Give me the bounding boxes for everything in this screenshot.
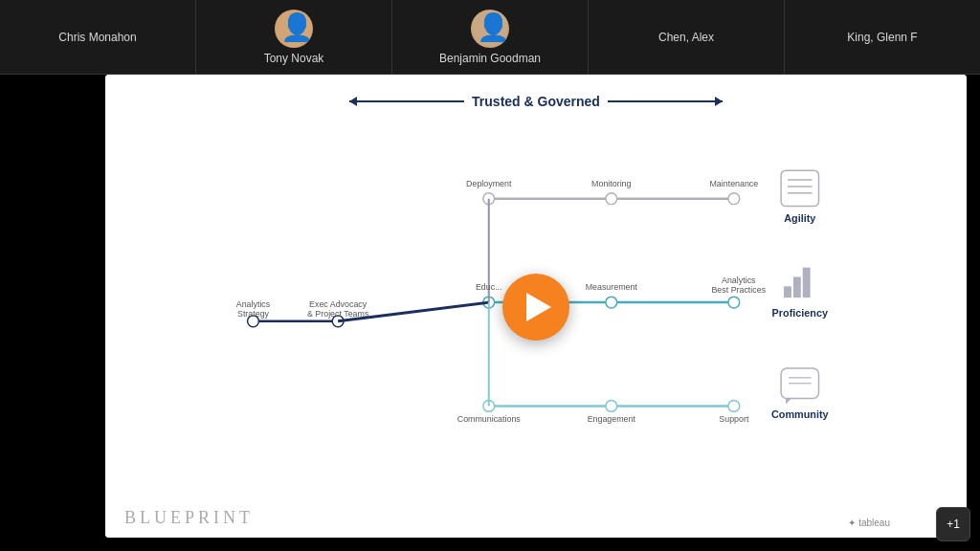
blueprint-logo: BLUEPRINT — [124, 508, 254, 528]
main-slide: Trusted & Governed — [105, 75, 967, 538]
avatar-tony — [275, 10, 313, 48]
svg-text:Community: Community — [771, 408, 829, 420]
tableau-text: ✦ tableau — [848, 518, 890, 528]
svg-text:Support: Support — [719, 414, 749, 424]
svg-text:Best Practices: Best Practices — [711, 285, 766, 295]
svg-rect-40 — [803, 268, 811, 298]
svg-point-11 — [728, 401, 740, 412]
svg-marker-45 — [786, 399, 791, 405]
play-icon — [526, 293, 551, 321]
participant-name-glenn: King, Glenn F — [847, 31, 917, 44]
svg-point-10 — [606, 401, 617, 412]
svg-point-7 — [728, 297, 740, 308]
trusted-title: Trusted & Governed — [472, 94, 600, 109]
participant-name-alex: Chen, Alex — [658, 31, 714, 44]
svg-text:Maintenance: Maintenance — [709, 179, 758, 188]
participants-bar: Chris Monahon Tony Novak Benjamin Goodma… — [0, 0, 980, 75]
svg-text:Agility: Agility — [784, 212, 815, 224]
svg-rect-38 — [784, 286, 791, 298]
plus-one-label: +1 — [947, 518, 960, 531]
svg-rect-32 — [781, 170, 818, 206]
svg-point-6 — [606, 297, 617, 308]
avatar-benjamin — [471, 10, 509, 48]
svg-text:Measurement: Measurement — [586, 282, 638, 292]
slide-container: Trusted & Governed — [105, 75, 967, 538]
svg-text:Proficiency: Proficiency — [772, 307, 828, 319]
participant-name-benjamin: Benjamin Goodman — [439, 52, 541, 65]
diagram-area: Deployment Monitoring Maintenance Educ..… — [124, 119, 947, 496]
svg-text:Educ...: Educ... — [476, 282, 502, 292]
svg-text:Engagement: Engagement — [588, 414, 636, 424]
svg-text:& Project Teams: & Project Teams — [307, 309, 369, 319]
svg-text:Monitoring: Monitoring — [591, 179, 631, 188]
svg-text:Analytics: Analytics — [236, 299, 271, 309]
participant-tony[interactable]: Tony Novak — [196, 0, 392, 74]
svg-text:Strategy: Strategy — [237, 309, 270, 319]
tableau-logo: ✦ tableau — [848, 518, 890, 528]
svg-text:Deployment: Deployment — [466, 179, 512, 188]
arrow-left — [349, 100, 464, 102]
participant-glenn[interactable]: King, Glenn F — [785, 0, 980, 74]
participant-name-chris: Chris Monahon — [58, 31, 136, 44]
svg-point-2 — [606, 193, 617, 205]
play-button[interactable] — [502, 274, 569, 341]
svg-text:Communications: Communications — [457, 414, 522, 424]
participant-alex[interactable]: Chen, Alex — [589, 0, 785, 74]
trusted-header: Trusted & Governed — [124, 94, 947, 109]
trusted-arrow: Trusted & Governed — [124, 94, 947, 109]
participant-chris[interactable]: Chris Monahon — [0, 0, 196, 74]
participant-benjamin[interactable]: Benjamin Goodman — [392, 0, 589, 74]
svg-rect-39 — [793, 276, 801, 298]
arrow-right — [608, 100, 723, 102]
svg-text:Exec Advocacy: Exec Advocacy — [309, 299, 368, 309]
blueprint-text: BLUEPRINT — [124, 508, 254, 527]
participant-name-tony: Tony Novak — [264, 52, 324, 65]
svg-point-3 — [728, 193, 740, 205]
plus-one-button[interactable]: +1 — [936, 507, 970, 541]
svg-text:Analytics: Analytics — [722, 276, 756, 285]
